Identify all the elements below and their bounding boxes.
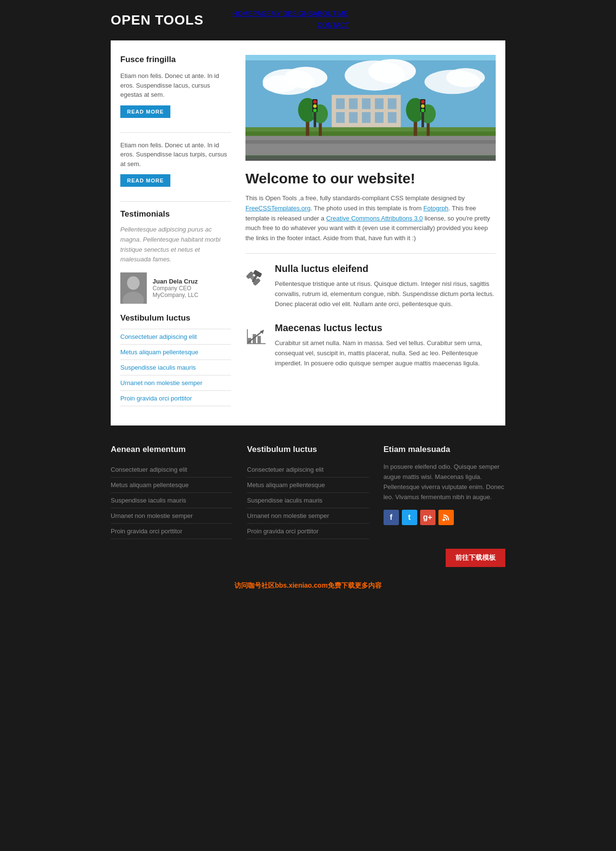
divider-1 (120, 132, 231, 133)
testimonial-person: Juan Dela Cruz Company CEO MyCompany, LL… (120, 272, 231, 304)
facebook-icon[interactable]: f (384, 510, 399, 525)
list-item: Metus aliquam pellentesque (120, 345, 231, 360)
svg-point-1 (127, 276, 140, 290)
nav-homepage[interactable]: HOMEPAGE (232, 10, 271, 17)
svg-rect-12 (336, 98, 345, 109)
svg-rect-17 (336, 112, 345, 123)
svg-rect-24 (245, 136, 496, 155)
feature-item-2: Maecenas luctus lectus Curabitur sit ame… (245, 322, 496, 368)
feature-item-1: Nulla luctus eleifend Pellentesque trist… (245, 263, 496, 309)
svg-point-41 (421, 100, 424, 103)
svg-point-43 (421, 109, 424, 112)
list-item: Proin gravida orci porttitor (247, 524, 369, 539)
list-item: Urnanet non molestie semper (120, 375, 231, 391)
list-item: Urnanet non molestie semper (247, 508, 369, 524)
feature-1-text: Nulla luctus eleifend Pellentesque trist… (275, 263, 496, 309)
feature-1-title: Nulla luctus eleifend (275, 263, 496, 274)
svg-point-42 (421, 104, 424, 108)
footer-col-3: Etiam malesuada In posuere eleifend odio… (384, 445, 505, 539)
list-item: Suspendisse iaculis mauris (111, 493, 232, 508)
cc-link[interactable]: Creative Commons Attributions 3.0 (326, 215, 423, 222)
list-item: Consectetuer adipiscing elit (111, 462, 232, 477)
footer-links-2: Consectetuer adipiscing elit Metus aliqu… (247, 462, 369, 539)
content-divider (245, 253, 496, 254)
list-item: Proin gravida orci porttitor (111, 524, 232, 539)
list-item: Consectetuer adipiscing elit (120, 329, 231, 345)
sidebar-link-1[interactable]: Consectetuer adipiscing elit (120, 329, 231, 344)
footer-col3-text: In posuere eleifend odio. Quisque semper… (384, 462, 505, 502)
social-icons: f t g+ (384, 510, 505, 525)
list-item: Proin gravida orci porttitor (120, 391, 231, 406)
sidebar-links-section: Vestibulum luctus Consectetuer adipiscin… (120, 313, 231, 406)
download-button[interactable]: 前往下载模板 (446, 549, 505, 567)
footer-col-1: Aenean elementum Consectetuer adipiscing… (111, 445, 232, 539)
footer-link-2-1[interactable]: Consectetuer adipiscing elit (247, 462, 369, 477)
footer-col1-heading: Aenean elementum (111, 445, 232, 454)
testimonial-info: Juan Dela Cruz Company CEO MyCompany, LL… (153, 278, 198, 298)
feature-2-text: Maecenas luctus lectus Curabitur sit ame… (275, 322, 496, 368)
testimonial-role: Company CEO (153, 285, 198, 292)
divider-2 (120, 201, 231, 202)
sidebar-link-5[interactable]: Proin gravida orci porttitor (120, 391, 231, 406)
footer-link-1-5[interactable]: Proin gravida orci porttitor (111, 524, 232, 539)
rss-icon[interactable] (438, 510, 454, 525)
wrench-hammer-icon (245, 265, 267, 287)
main-content: Welcome to our website! This is Open Too… (245, 55, 496, 406)
read-more-btn-2[interactable]: READ MORE (120, 174, 170, 187)
nav-about-me[interactable]: ABOUT ME (313, 10, 348, 17)
article2-text: Etiam non felis. Donec ut ante. In id er… (120, 141, 231, 169)
svg-point-36 (313, 100, 317, 103)
feature-1-desc: Pellentesque tristique ante ut risus. Qu… (275, 279, 496, 309)
footer-link-1-2[interactable]: Metus aliquam pellentesque (111, 477, 232, 492)
footer-link-2-2[interactable]: Metus aliquam pellentesque (247, 477, 369, 492)
svg-rect-16 (388, 98, 397, 109)
sidebar-link-4[interactable]: Urnanet non molestie semper (120, 375, 231, 390)
footer-link-1-4[interactable]: Urnanet non molestie semper (111, 508, 232, 523)
svg-rect-21 (388, 112, 397, 123)
article1-title: Fusce fringilla (120, 55, 231, 64)
nav: HOMEPAGE MY DESIGNS ABOUT ME CONTACT (232, 10, 357, 31)
fotogrph-link[interactable]: Fotogrph (424, 205, 449, 212)
list-item: Metus aliquam pellentesque (111, 477, 232, 493)
avatar (120, 272, 147, 304)
svg-point-8 (369, 59, 416, 83)
svg-point-56 (442, 519, 445, 521)
twitter-icon[interactable]: t (402, 510, 417, 525)
sidebar-links-list: Consectetuer adipiscing elit Metus aliqu… (120, 329, 231, 406)
svg-point-38 (313, 109, 317, 112)
sidebar-link-2[interactable]: Metus aliquam pellentesque (120, 345, 231, 360)
footer-link-2-5[interactable]: Proin gravida orci porttitor (247, 524, 369, 539)
svg-point-6 (263, 76, 297, 93)
article1-text: Etiam non felis. Donec ut ante. In id er… (120, 71, 231, 100)
svg-rect-51 (257, 336, 261, 344)
list-item: Metus aliquam pellentesque (247, 477, 369, 493)
footer-link-2-4[interactable]: Urnanet non molestie semper (247, 508, 369, 523)
testimonial-name: Juan Dela Cruz (153, 278, 198, 285)
footer-link-1-1[interactable]: Consectetuer adipiscing elit (111, 462, 232, 477)
footer-links-1: Consectetuer adipiscing elit Metus aliqu… (111, 462, 232, 539)
nav-my-designs[interactable]: MY DESIGNS (271, 10, 313, 17)
watermark-text: 访问咖号社区bbs.xieniao.com免费下载更多内容 (0, 577, 616, 595)
chart-arrow-icon (245, 324, 267, 346)
feature-2-desc: Curabitur sit amet nulla. Nam in massa. … (275, 338, 496, 368)
svg-rect-20 (375, 112, 384, 123)
list-item: Suspendisse iaculis mauris (247, 493, 369, 508)
footer-link-1-3[interactable]: Suspendisse iaculis mauris (111, 493, 232, 508)
nav-contact[interactable]: CONTACT (309, 19, 357, 31)
footer-col3-heading: Etiam malesuada (384, 445, 505, 454)
testimonials-heading: Testimonials (120, 209, 231, 219)
testimonials-section: Testimonials Pellentesque adipiscing pur… (120, 209, 231, 304)
svg-rect-48 (253, 270, 262, 277)
list-item: Urnanet non molestie semper (111, 508, 232, 524)
sidebar-link-3[interactable]: Suspendisse iaculis mauris (120, 360, 231, 375)
google-plus-icon[interactable]: g+ (420, 510, 436, 525)
intro-text: This is Open Tools ,a free, fully standa… (245, 193, 496, 244)
svg-rect-19 (362, 112, 371, 123)
freecss-link[interactable]: FreeCSSTemplates.org (245, 205, 310, 212)
read-more-btn-1[interactable]: READ MORE (120, 105, 170, 118)
sidebar-links-heading: Vestibulum luctus (120, 313, 231, 323)
footer-link-2-3[interactable]: Suspendisse iaculis mauris (247, 493, 369, 508)
list-item: Suspendisse iaculis mauris (120, 360, 231, 375)
svg-rect-18 (349, 112, 358, 123)
footer-col2-heading: Vestibulum luctus (247, 445, 369, 454)
